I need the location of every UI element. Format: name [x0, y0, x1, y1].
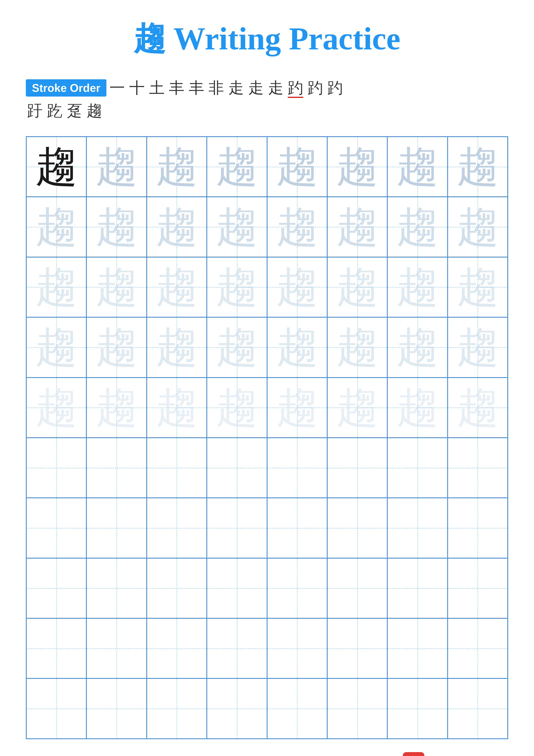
grid-cell-5-2[interactable]	[147, 438, 207, 498]
grid-cell-9-1[interactable]	[87, 678, 146, 739]
grid-cell-5-0[interactable]	[26, 438, 87, 498]
grid-cell-6-3[interactable]	[207, 498, 267, 558]
grid-cell-9-4[interactable]	[267, 678, 327, 739]
grid-cell-7-5[interactable]	[327, 558, 387, 618]
grid-cell-5-3[interactable]	[207, 438, 267, 498]
grid-cell-1-3[interactable]: 趨	[207, 197, 267, 257]
grid-row-0: 趨趨趨趨趨趨趨趨	[26, 137, 508, 197]
grid-cell-0-7[interactable]: 趨	[447, 137, 508, 197]
stroke-16: 趨	[87, 100, 102, 121]
cell-char-2-6: 趨	[396, 266, 438, 308]
grid-cell-6-7[interactable]	[447, 498, 508, 558]
grid-cell-8-7[interactable]	[447, 618, 508, 678]
grid-cell-0-6[interactable]: 趨	[387, 137, 447, 197]
grid-cell-4-0[interactable]: 趨	[26, 378, 87, 438]
grid-cell-3-4[interactable]: 趨	[267, 317, 327, 377]
grid-cell-1-0[interactable]: 趨	[26, 197, 87, 257]
grid-cell-7-0[interactable]	[26, 558, 87, 618]
grid-cell-6-2[interactable]	[147, 498, 207, 558]
grid-cell-1-4[interactable]: 趨	[267, 197, 327, 257]
grid-cell-1-5[interactable]: 趨	[327, 197, 387, 257]
cell-char-4-6: 趨	[396, 387, 438, 429]
grid-cell-3-6[interactable]: 趨	[387, 317, 447, 377]
grid-cell-4-5[interactable]: 趨	[327, 378, 387, 438]
stroke-order-section: Stroke Order 一 十 土 丰 丰 非 走 走 走 趵 趵 趵 趶 趷…	[26, 78, 508, 123]
grid-cell-7-4[interactable]	[267, 558, 327, 618]
grid-cell-1-7[interactable]: 趨	[447, 197, 508, 257]
grid-cell-2-0[interactable]: 趨	[26, 257, 87, 317]
cell-char-0-0: 趨	[35, 146, 77, 188]
grid-cell-2-4[interactable]: 趨	[267, 257, 327, 317]
cell-char-0-2: 趨	[156, 146, 198, 188]
grid-cell-9-7[interactable]	[447, 678, 508, 739]
grid-cell-1-6[interactable]: 趨	[387, 197, 447, 257]
grid-cell-7-3[interactable]	[207, 558, 267, 618]
stroke-7: 走	[228, 78, 244, 98]
grid-cell-0-3[interactable]: 趨	[207, 137, 267, 197]
grid-cell-0-2[interactable]: 趨	[147, 137, 207, 197]
grid-cell-6-1[interactable]	[87, 498, 146, 558]
grid-cell-4-4[interactable]: 趨	[267, 378, 327, 438]
grid-cell-0-0[interactable]: 趨	[26, 137, 87, 197]
grid-cell-5-5[interactable]	[327, 438, 387, 498]
grid-cell-4-1[interactable]: 趨	[87, 378, 146, 438]
grid-cell-2-7[interactable]: 趨	[447, 257, 508, 317]
grid-cell-7-1[interactable]	[87, 558, 146, 618]
stroke-order-row-1: Stroke Order 一 十 土 丰 丰 非 走 走 走 趵 趵 趵	[26, 78, 508, 98]
grid-cell-7-6[interactable]	[387, 558, 447, 618]
grid-cell-5-4[interactable]	[267, 438, 327, 498]
grid-cell-6-6[interactable]	[387, 498, 447, 558]
grid-cell-8-2[interactable]	[147, 618, 207, 678]
grid-cell-7-2[interactable]	[147, 558, 207, 618]
cell-char-2-0: 趨	[35, 266, 77, 308]
grid-cell-3-3[interactable]: 趨	[207, 317, 267, 377]
grid-row-7	[26, 558, 508, 618]
grid-cell-9-6[interactable]	[387, 678, 447, 739]
cell-char-1-7: 趨	[457, 206, 499, 248]
stroke-8: 走	[248, 78, 264, 98]
grid-cell-2-3[interactable]: 趨	[207, 257, 267, 317]
grid-cell-3-1[interactable]: 趨	[87, 317, 146, 377]
grid-row-4: 趨趨趨趨趨趨趨趨	[26, 378, 508, 438]
grid-cell-3-2[interactable]: 趨	[147, 317, 207, 377]
grid-cell-5-6[interactable]	[387, 438, 447, 498]
grid-cell-8-4[interactable]	[267, 618, 327, 678]
grid-cell-2-6[interactable]: 趨	[387, 257, 447, 317]
grid-cell-8-1[interactable]	[87, 618, 146, 678]
grid-cell-3-7[interactable]: 趨	[447, 317, 508, 377]
grid-cell-4-2[interactable]: 趨	[147, 378, 207, 438]
grid-cell-2-2[interactable]: 趨	[147, 257, 207, 317]
grid-cell-3-0[interactable]: 趨	[26, 317, 87, 377]
grid-cell-8-0[interactable]	[26, 618, 87, 678]
grid-cell-9-5[interactable]	[327, 678, 387, 739]
grid-cell-5-7[interactable]	[447, 438, 508, 498]
cell-char-3-0: 趨	[35, 326, 77, 368]
grid-cell-2-5[interactable]: 趨	[327, 257, 387, 317]
cell-char-3-7: 趨	[457, 326, 499, 368]
grid-cell-6-0[interactable]	[26, 498, 87, 558]
grid-cell-2-1[interactable]: 趨	[87, 257, 146, 317]
cell-char-1-4: 趨	[276, 206, 318, 248]
grid-cell-5-1[interactable]	[87, 438, 146, 498]
grid-cell-9-3[interactable]	[207, 678, 267, 739]
grid-cell-3-5[interactable]: 趨	[327, 317, 387, 377]
grid-cell-9-2[interactable]	[147, 678, 207, 739]
grid-cell-4-3[interactable]: 趨	[207, 378, 267, 438]
grid-cell-6-4[interactable]	[267, 498, 327, 558]
grid-cell-4-6[interactable]: 趨	[387, 378, 447, 438]
grid-cell-0-5[interactable]: 趨	[327, 137, 387, 197]
grid-cell-9-0[interactable]	[26, 678, 87, 739]
grid-cell-0-4[interactable]: 趨	[267, 137, 327, 197]
grid-cell-8-6[interactable]	[387, 618, 447, 678]
grid-cell-8-3[interactable]	[207, 618, 267, 678]
grid-cell-6-5[interactable]	[327, 498, 387, 558]
cell-char-2-1: 趨	[96, 266, 138, 308]
stroke-5: 丰	[189, 78, 204, 98]
grid-cell-0-1[interactable]: 趨	[87, 137, 146, 197]
grid-cell-1-2[interactable]: 趨	[147, 197, 207, 257]
grid-cell-8-5[interactable]	[327, 618, 387, 678]
grid-cell-1-1[interactable]: 趨	[87, 197, 146, 257]
cell-char-3-5: 趨	[336, 326, 378, 368]
grid-cell-4-7[interactable]: 趨	[447, 378, 508, 438]
grid-cell-7-7[interactable]	[447, 558, 508, 618]
